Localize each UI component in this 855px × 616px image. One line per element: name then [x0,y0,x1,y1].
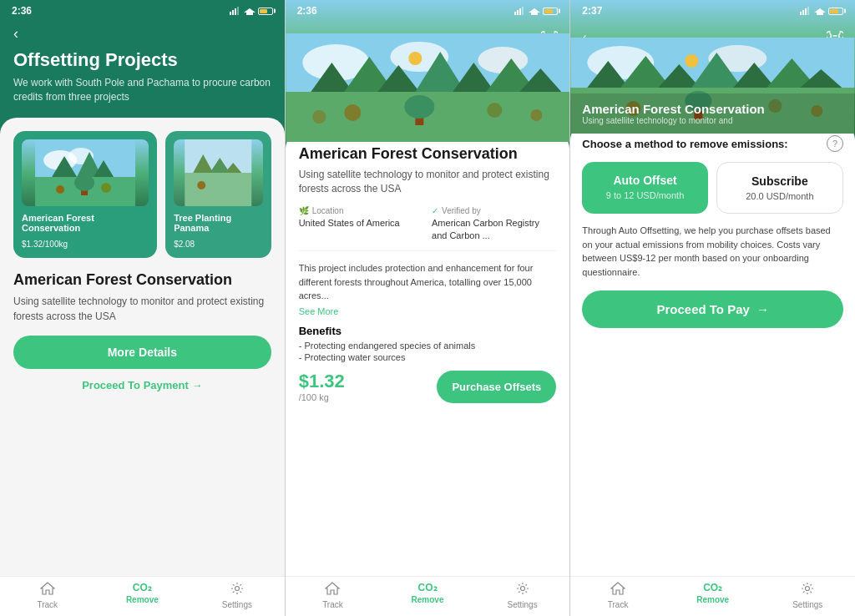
time-1: 2:36 [12,5,32,17]
svg-point-43 [530,109,542,121]
price-section: $1.32 /100 kg [299,371,345,402]
screen-3: 2:37 ‹ [570,0,855,616]
screens-container: 2:36 ‹ Offsetting Projects We work with … [0,0,855,616]
nav-track-label-2: Track [322,600,343,609]
auto-offset-card[interactable]: Auto Offset 9 to 12 USD/month [582,162,707,214]
svg-point-14 [56,185,64,194]
proceed-pay-button[interactable]: Proceed To Pay → [582,290,843,328]
svg-rect-1 [232,10,234,15]
price-purchase-row: $1.32 /100 kg Purchase Offsets [299,371,557,403]
co2-icon-2: CO₂ [418,582,438,593]
svg-point-44 [312,110,326,124]
location-label: 🌿 Location [299,206,423,215]
card-2-name: Tree Planting Panama [174,213,263,233]
proceed-arrow: → [756,302,769,316]
nav-remove-2[interactable]: CO₂ Remove [380,582,475,609]
svg-rect-25 [522,7,524,15]
bottom-nav-3: Track CO₂ Remove Settings [570,576,855,616]
card-image-1 [22,139,149,206]
svg-rect-49 [807,7,809,15]
see-more-link[interactable]: See More [299,306,557,316]
svg-rect-47 [802,10,804,15]
nav-settings-3[interactable]: Settings [760,582,855,609]
status-bar-1: 2:36 [0,0,285,20]
project-cards-row: American Forest Conservation $1.32/100kg [13,131,271,258]
description-2: This project includes protection and enh… [299,261,557,303]
method-cards: Auto Offset 9 to 12 USD/month Subscribe … [582,162,843,214]
nav-settings-1[interactable]: Settings [190,582,285,609]
card-1-name: American Forest Conservation [22,213,149,233]
subscribe-card[interactable]: Subscribe 20.0 USD/month [716,162,843,214]
purchase-button[interactable]: Purchase Offsets [437,371,556,403]
benefits-title: Benefits [299,325,557,337]
svg-rect-23 [517,10,519,15]
svg-rect-48 [805,8,807,15]
subscribe-price: 20.0 USD/month [726,191,834,201]
time-3: 2:37 [582,5,602,17]
nav-remove-3[interactable]: CO₂ Remove [665,582,761,609]
home-icon-2 [325,582,340,598]
more-details-button[interactable]: More Details [13,336,271,369]
screen-1: 2:36 ‹ Offsetting Projects We work with … [0,0,286,616]
s2-subtitle: Using satellite technology to monitor an… [299,168,557,196]
time-2: 2:36 [297,5,317,17]
nav-settings-label-1: Settings [222,600,252,609]
detail-title-1: American Forest Conservation [13,271,271,289]
nav-settings-label-2: Settings [508,600,538,609]
big-price: $1.32 [299,371,345,392]
verified-label: ✓ Verified by [432,206,556,215]
nav-track-2[interactable]: Track [286,582,381,609]
project-card-2[interactable]: Tree Planting Panama $2.08 [165,131,271,258]
svg-rect-16 [185,173,251,206]
nav-settings-2[interactable]: Settings [475,582,570,609]
check-icon: ✓ [432,206,438,215]
hero-area-3: 2:37 ‹ [570,0,855,134]
nav-remove-label-2: Remove [412,595,444,604]
content-area-2: American Forest Conservation Using satel… [286,132,570,576]
svg-rect-3 [237,7,239,15]
co2-icon-3: CO₂ [703,582,722,593]
svg-point-41 [344,104,361,121]
co2-icon-1: CO₂ [133,582,152,593]
nav-track-label-3: Track [608,600,629,609]
bottom-nav-2: Track CO₂ Remove Settings [286,576,570,616]
bottom-nav-1: Track CO₂ Remove Settings [0,576,285,616]
svg-point-21 [235,587,239,591]
proceed-link-1[interactable]: Proceed To Payment → [13,379,271,391]
svg-rect-22 [514,12,516,15]
page-subtitle-1: We work with South Pole and Pachama to p… [13,76,271,104]
status-icons-1 [230,7,273,15]
svg-rect-2 [235,8,236,15]
settings-icon-2 [516,582,529,598]
nav-track-1[interactable]: Track [0,582,95,609]
settings-icon-3 [801,582,814,598]
back-button-1[interactable]: ‹ [13,25,18,43]
location-col: 🌿 Location United States of America [299,206,423,243]
home-icon-1 [40,582,55,598]
card-1-price: $1.32/100kg [22,236,149,250]
info-row-2: 🌿 Location United States of America ✓ Ve… [299,206,557,252]
choose-label: Choose a method to remove emissions: [582,138,787,150]
nav-track-label-1: Track [37,600,58,609]
help-button[interactable]: ? [827,135,843,152]
svg-point-40 [404,95,434,119]
verified-col: ✓ Verified by American Carbon Registry a… [432,206,556,243]
nav-remove-label-1: Remove [126,595,159,604]
choose-method-row: Choose a method to remove emissions: ? [582,135,843,152]
svg-point-29 [478,47,528,73]
hero-title-3: American Forest Conservation [582,102,843,116]
per-kg: /100 kg [299,392,345,402]
svg-rect-0 [230,12,231,15]
nav-track-3[interactable]: Track [570,582,665,609]
svg-rect-46 [800,12,802,15]
project-card-1[interactable]: American Forest Conservation $1.32/100kg [13,131,157,258]
auto-offset-desc: Through Auto Offsetting, we help you pur… [582,224,843,279]
auto-offset-name: Auto Offset [590,174,699,187]
verified-value: American Carbon Registry and Carbon ... [432,217,556,243]
benefit-1: - Protecting endangered species of anima… [299,341,557,351]
content-area-1: American Forest Conservation $1.32/100kg [0,118,285,576]
s2-title: American Forest Conservation [299,145,557,163]
auto-offset-price: 9 to 12 USD/month [590,190,699,200]
nav-remove-1[interactable]: CO₂ Remove [95,582,190,609]
benefit-2: - Protecting water sources [299,352,557,362]
